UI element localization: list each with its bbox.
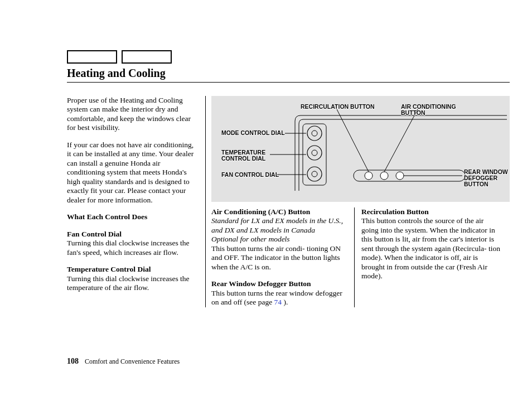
control-diagram: RECIRCULATION BUTTON AIR CONDITIONING BU… bbox=[211, 96, 510, 202]
label-temp: TEMPERATURE CONTROL DIAL bbox=[221, 149, 265, 162]
fan-body: Turning this dial clockwise increases th… bbox=[67, 239, 190, 256]
tab-box-1 bbox=[67, 50, 117, 64]
rwd-heading: Rear Window Defogger Button bbox=[211, 279, 311, 288]
svg-line-14 bbox=[337, 109, 369, 172]
section-name: Comfort and Convenience Features bbox=[85, 358, 180, 365]
title-rule bbox=[67, 82, 510, 83]
page-title: Heating and Cooling bbox=[67, 66, 510, 82]
recirc-heading: Recirculation Button bbox=[361, 207, 429, 216]
label-fan: FAN CONTROL DIAL bbox=[221, 172, 279, 178]
svg-point-8 bbox=[365, 172, 373, 180]
ac-note-2: Optional for other models bbox=[211, 235, 290, 243]
ac-note-1: Standard for LX and EX models in the U.S… bbox=[211, 216, 343, 234]
what-heading: What Each Control Does bbox=[67, 213, 200, 221]
label-recirc: RECIRCULATION BUTTON bbox=[301, 104, 375, 110]
temp-body: Turning this dial clockwise increases th… bbox=[67, 274, 190, 292]
column-3: Recirculation Button This button control… bbox=[355, 207, 502, 307]
temp-heading: Temperature Control Dial bbox=[67, 265, 151, 273]
column-2: Air Conditioning (A/C) Button Standard f… bbox=[211, 207, 355, 307]
svg-point-1 bbox=[307, 126, 322, 141]
svg-point-2 bbox=[307, 146, 322, 160]
svg-point-6 bbox=[312, 171, 317, 177]
header-tabs bbox=[67, 50, 510, 64]
page-number: 108 bbox=[67, 357, 79, 365]
tab-box-2 bbox=[122, 50, 172, 64]
page-footer: 108 Comfort and Convenience Features bbox=[67, 357, 180, 366]
svg-rect-0 bbox=[303, 124, 326, 185]
intro-para-2: If your car does not have air conditioni… bbox=[67, 141, 200, 205]
rwd-body-post: ). bbox=[282, 298, 288, 306]
svg-point-4 bbox=[312, 131, 317, 136]
svg-line-15 bbox=[384, 109, 418, 172]
recirc-body: This button controls the source of the a… bbox=[361, 216, 500, 280]
label-ac: AIR CONDITIONING BUTTON bbox=[401, 104, 456, 116]
svg-point-10 bbox=[396, 172, 404, 180]
column-1: Proper use of the Heating and Cooling sy… bbox=[67, 96, 206, 307]
label-rear: REAR WINDOW DEFOGGER BUTTON bbox=[464, 169, 508, 187]
svg-point-9 bbox=[380, 172, 388, 180]
svg-point-5 bbox=[312, 150, 317, 156]
intro-para-1: Proper use of the Heating and Cooling sy… bbox=[67, 96, 200, 133]
label-mode: MODE CONTROL DIAL bbox=[221, 130, 285, 136]
fan-heading: Fan Control Dial bbox=[67, 230, 122, 238]
ac-body: This button turns the air condi- tioning… bbox=[211, 244, 341, 271]
page-link-74[interactable]: 74 bbox=[274, 298, 282, 306]
svg-point-3 bbox=[307, 167, 322, 181]
ac-heading: Air Conditioning (A/C) Button bbox=[211, 207, 310, 216]
